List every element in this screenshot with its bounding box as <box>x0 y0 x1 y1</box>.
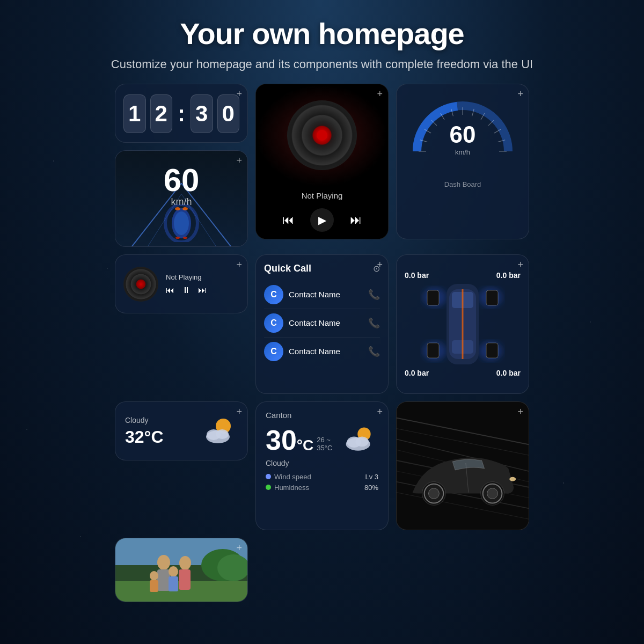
call-icon-1[interactable]: 📞 <box>368 289 380 301</box>
contact-row-3: C Contact Name 📞 <box>264 338 380 365</box>
humid-dot <box>266 485 271 490</box>
svg-point-73 <box>150 571 158 581</box>
music-mini-controls: ⏮ ⏸ ⏭ <box>166 286 239 295</box>
clock-min-tens: 3 <box>191 94 213 133</box>
family-photo-svg <box>115 538 248 602</box>
mini-pause-button[interactable]: ⏸ <box>182 286 191 295</box>
add-weather-small-button[interactable]: + <box>236 406 242 418</box>
tire-pressure-widget: + 0.0 bar 0.0 bar <box>396 254 529 394</box>
mini-next-button[interactable]: ⏭ <box>198 286 207 295</box>
add-quickcall-button[interactable]: + <box>377 259 383 270</box>
contact-avatar-2: C <box>264 313 283 333</box>
weather-small-condition: Cloudy <box>125 416 164 425</box>
contact-avatar-1: C <box>264 285 283 304</box>
header: Your own homepage Customize your homepag… <box>0 0 644 84</box>
svg-point-59 <box>487 488 498 499</box>
svg-rect-68 <box>157 569 170 591</box>
clock-colon: : <box>178 101 185 127</box>
svg-rect-74 <box>150 580 158 592</box>
tire-tr: 0.0 bar <box>496 271 521 280</box>
music-play-button[interactable]: ▶ <box>310 208 334 232</box>
svg-point-20 <box>182 207 188 210</box>
tire-car-svg <box>420 273 506 375</box>
contact-row-2: C Contact Name 📞 <box>264 309 380 338</box>
svg-point-19 <box>175 207 180 210</box>
svg-rect-33 <box>427 290 439 305</box>
gauge-value: 60 km/h <box>450 121 476 156</box>
tire-br: 0.0 bar <box>496 369 521 377</box>
svg-rect-34 <box>486 290 498 305</box>
vinyl-record <box>287 100 357 170</box>
music-prev-button[interactable]: ⏮ <box>282 213 294 227</box>
contact-left-1: C Contact Name <box>264 285 340 304</box>
contact-avatar-3: C <box>264 342 283 361</box>
mini-prev-button[interactable]: ⏮ <box>166 286 174 295</box>
add-music-button[interactable]: + <box>377 89 383 100</box>
car-image-placeholder <box>397 402 529 530</box>
quick-call-widget: + Quick Call ⊙ C Contact Name 📞 C Co <box>255 254 389 394</box>
add-clock-button[interactable]: + <box>236 89 242 100</box>
add-family-button[interactable]: + <box>236 543 242 554</box>
music-album-art <box>256 84 388 187</box>
contact-name-1: Contact Name <box>289 290 340 299</box>
weather-unit: °C <box>297 437 313 456</box>
clock-display: 1 2 : 3 0 <box>115 84 247 143</box>
quick-call-header: Quick Call ⊙ <box>264 263 380 274</box>
speed-number: 60 <box>450 121 476 148</box>
weather-small-icon <box>203 416 238 446</box>
add-weather-large-button[interactable]: + <box>377 406 383 418</box>
weather-big-temp: 30 <box>266 424 297 456</box>
music-status: Not Playing <box>302 191 343 200</box>
family-photo-widget: + <box>115 538 248 602</box>
music-mini-display: Not Playing ⏮ ⏸ ⏭ <box>115 255 247 313</box>
car-image-widget: + <box>396 401 529 530</box>
music-mini-widget: + Not Playing ⏮ ⏸ ⏭ <box>115 254 248 313</box>
car-speed-value: 60 <box>164 162 200 199</box>
speed-display: 60 km/h <box>115 151 247 247</box>
svg-point-18 <box>174 211 189 235</box>
vinyl-mini <box>123 267 158 302</box>
sports-car-svg <box>397 401 529 530</box>
music-next-button[interactable]: ⏭ <box>350 213 362 227</box>
add-music-mini-button[interactable]: + <box>236 259 242 270</box>
contact-name-2: Contact Name <box>289 318 340 327</box>
dashboard-label: Dash Board <box>444 180 481 188</box>
music-player-big: + Not Playing ⏮ ▶ ⏭ <box>255 84 389 239</box>
weather-condition: Cloudy <box>266 459 378 467</box>
weather-small-display: Cloudy 32°C <box>115 402 247 460</box>
wind-dot <box>266 474 271 479</box>
svg-point-40 <box>216 429 229 439</box>
weather-small-left: Cloudy 32°C <box>125 416 164 447</box>
wind-value: Lv 3 <box>365 473 378 481</box>
music-controls: ⏮ ▶ ⏭ <box>256 200 388 239</box>
weather-temp-row: 30 °C 26 ~ 35°C <box>266 424 343 456</box>
svg-point-67 <box>157 555 170 570</box>
add-tire-button[interactable]: + <box>517 259 523 270</box>
weather-small-widget: + Cloudy 32°C <box>115 401 248 460</box>
quick-call-panel: Quick Call ⊙ C Contact Name 📞 C Contact … <box>256 255 388 374</box>
svg-point-21 <box>175 237 180 239</box>
contact-left-3: C Contact Name <box>264 342 340 361</box>
clock-widget: + 1 2 : 3 0 <box>115 84 248 143</box>
contact-name-3: Contact Name <box>289 347 340 356</box>
speed-car-widget: + 60 km/h <box>115 150 248 247</box>
music-mini-status: Not Playing <box>166 273 239 281</box>
add-speed-button[interactable]: + <box>236 155 242 166</box>
add-car-image-button[interactable]: + <box>517 406 523 418</box>
svg-point-71 <box>169 566 178 577</box>
svg-rect-72 <box>169 576 178 591</box>
wind-label: Wind speed <box>266 473 311 481</box>
svg-point-22 <box>183 237 187 239</box>
weather-large-display: Canton 30 °C 26 ~ 35°C Cloudy <box>256 402 388 500</box>
page-wrapper: Your own homepage Customize your homepag… <box>0 0 644 644</box>
call-icon-3[interactable]: 📞 <box>368 346 380 357</box>
quick-call-title: Quick Call <box>264 263 311 274</box>
page-title: Your own homepage <box>54 16 590 51</box>
weather-details: Wind speed Lv 3 Humidness 80% <box>266 473 378 492</box>
add-dashboard-button[interactable]: + <box>517 89 523 100</box>
tire-display: 0.0 bar 0.0 bar <box>397 255 529 393</box>
humid-value: 80% <box>364 484 378 492</box>
call-icon-2[interactable]: 📞 <box>368 317 380 329</box>
svg-rect-35 <box>427 343 439 358</box>
tire-bl: 0.0 bar <box>405 369 429 377</box>
